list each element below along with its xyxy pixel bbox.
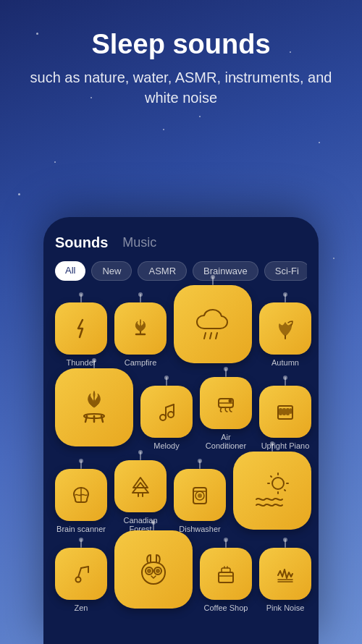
- svg-point-39: [76, 577, 81, 582]
- svg-line-4: [216, 333, 217, 339]
- card-zen[interactable]: Zen: [55, 548, 107, 612]
- svg-line-3: [210, 333, 211, 339]
- svg-point-32: [272, 478, 284, 489]
- card-autumn[interactable]: Autumn: [259, 302, 311, 367]
- svg-rect-20: [283, 409, 285, 415]
- card-campfire-label: Campfire: [125, 358, 157, 367]
- filter-scifi[interactable]: Sci-Fi: [264, 261, 307, 281]
- filter-asmr[interactable]: ASMR: [138, 261, 187, 281]
- card-campfire[interactable]: Campfire: [114, 302, 167, 367]
- svg-point-10: [160, 415, 166, 420]
- svg-rect-19: [279, 409, 282, 415]
- main-title: Sleep sounds: [22, 29, 340, 60]
- tab-music[interactable]: Music: [122, 235, 156, 250]
- filter-new[interactable]: New: [91, 261, 132, 281]
- card-brain-label: Brain scanner: [56, 525, 106, 533]
- svg-rect-21: [287, 409, 289, 415]
- card-brain[interactable]: Brain scanner: [55, 469, 107, 533]
- svg-point-17: [230, 400, 232, 402]
- sound-row-3: Brain scanner Canadian Forest: [55, 460, 307, 533]
- svg-point-45: [148, 569, 151, 572]
- phone-mockup: Sounds Music All New ASMR Brainwave Sci-…: [43, 217, 319, 644]
- filter-all[interactable]: All: [55, 261, 85, 281]
- card-pink-noise[interactable]: Pink Noise: [259, 548, 311, 612]
- card-dishwasher[interactable]: Dishwasher: [174, 469, 226, 533]
- tabs-bar: Sounds Music: [55, 234, 307, 251]
- svg-point-46: [156, 569, 159, 572]
- card-piano[interactable]: Upright Piano: [259, 386, 311, 450]
- card-rain[interactable]: [174, 285, 252, 367]
- svg-line-2: [204, 333, 206, 339]
- svg-point-30: [198, 494, 201, 497]
- card-coffee[interactable]: Coffee Shop: [200, 548, 252, 612]
- svg-line-40: [78, 568, 81, 577]
- svg-rect-47: [219, 572, 233, 582]
- card-ac-label: Air Conditioner: [200, 433, 252, 450]
- svg-line-37: [271, 476, 272, 477]
- card-thunder[interactable]: Thunder: [55, 302, 107, 367]
- subtitle: such as nature, water, ASMR, instruments…: [22, 67, 340, 108]
- sound-row-1: Thunder Campfire: [55, 298, 307, 367]
- sound-row-4: Zen: [55, 543, 307, 612]
- svg-line-38: [285, 490, 285, 491]
- filter-brainwave[interactable]: Brainwave: [193, 261, 258, 281]
- card-ac[interactable]: Air Conditioner: [200, 377, 252, 450]
- card-pink-noise-label: Pink Noise: [266, 603, 305, 612]
- card-waves[interactable]: [233, 452, 311, 533]
- svg-point-11: [168, 412, 174, 418]
- card-piano-label: Upright Piano: [261, 441, 310, 450]
- card-zen-label: Zen: [75, 603, 88, 612]
- card-melody[interactable]: Melody: [140, 386, 193, 450]
- svg-rect-22: [290, 409, 291, 413]
- filter-pills: All New ASMR Brainwave Sci-Fi Baby: [55, 261, 307, 281]
- card-coffee-label: Coffee Shop: [204, 603, 248, 612]
- sound-row-2: Melody Air Conditioner: [55, 377, 307, 450]
- card-melody-label: Melody: [153, 441, 179, 450]
- card-forest[interactable]: Canadian Forest: [114, 460, 167, 533]
- card-owl[interactable]: [114, 530, 193, 612]
- svg-line-14: [166, 404, 174, 407]
- sound-grid: Thunder Campfire: [55, 292, 307, 612]
- header: Sleep sounds such as nature, water, ASMR…: [0, 0, 362, 122]
- svg-line-41: [81, 567, 88, 568]
- card-autumn-label: Autumn: [272, 358, 299, 367]
- card-bonfire[interactable]: [55, 368, 133, 450]
- tab-sounds[interactable]: Sounds: [55, 234, 108, 251]
